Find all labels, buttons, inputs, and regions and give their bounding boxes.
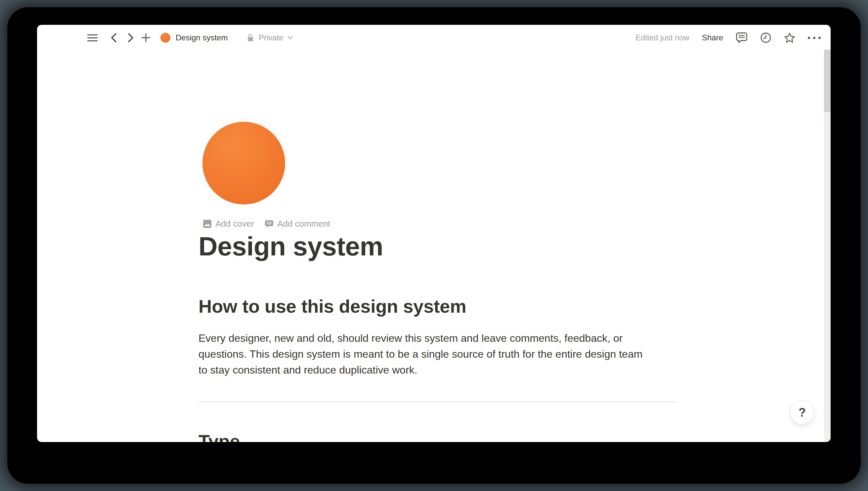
- favorite-button[interactable]: [784, 32, 795, 44]
- paragraph-line: questions. This design system is meant t…: [199, 346, 642, 362]
- section-heading[interactable]: How to use this design system: [199, 295, 467, 317]
- chevron-down-icon: [288, 36, 293, 40]
- image-icon: [203, 219, 212, 228]
- body-paragraph[interactable]: Every designer, new and old, should revi…: [199, 330, 642, 378]
- paragraph-line: Every designer, new and old, should revi…: [199, 330, 642, 346]
- nav-back-button[interactable]: [109, 33, 119, 42]
- new-page-button[interactable]: [140, 33, 151, 43]
- add-cover-label: Add cover: [215, 219, 254, 229]
- add-comment-label: Add comment: [277, 219, 330, 229]
- chevron-right-icon: [127, 33, 134, 43]
- nav-forward-button[interactable]: [125, 33, 136, 42]
- add-cover-button[interactable]: Add cover: [203, 219, 254, 229]
- topbar: Design system Private Edited just now Sh…: [37, 25, 831, 51]
- comment-icon: [736, 32, 748, 44]
- comments-button[interactable]: [736, 32, 748, 44]
- sidebar-toggle-button[interactable]: [86, 33, 99, 43]
- page-actions-row: Add cover Add comment: [203, 219, 330, 229]
- topbar-right-group: Edited just now Share: [635, 25, 831, 51]
- share-button[interactable]: Share: [702, 33, 723, 42]
- scrollbar-thumb[interactable]: [824, 50, 831, 112]
- plus-icon: [141, 33, 151, 43]
- privacy-dropdown[interactable]: Private: [259, 25, 293, 51]
- more-options-button[interactable]: [808, 37, 821, 39]
- divider-block: [199, 402, 676, 402]
- privacy-label: Private: [259, 33, 283, 42]
- comment-filled-icon: [265, 220, 274, 228]
- screenshot-stage: Design system Private Edited just now Sh…: [0, 0, 868, 491]
- help-button[interactable]: ?: [790, 401, 814, 425]
- next-section-heading[interactable]: Type: [199, 430, 240, 442]
- add-comment-button[interactable]: Add comment: [265, 219, 330, 229]
- page-title[interactable]: Design system: [199, 231, 383, 262]
- page-emoji-large[interactable]: [203, 122, 285, 204]
- clock-icon: [760, 32, 771, 44]
- updates-button[interactable]: [760, 32, 771, 44]
- lock-icon: [246, 33, 255, 43]
- topbar-page-title[interactable]: Design system: [176, 25, 228, 51]
- hamburger-icon: [87, 34, 97, 35]
- notion-window: Design system Private Edited just now Sh…: [37, 25, 831, 442]
- ellipsis-icon: [808, 37, 810, 39]
- edited-status: Edited just now: [635, 33, 689, 42]
- chevron-left-icon: [110, 33, 118, 43]
- paragraph-line: to stay consistent and reduce duplicativ…: [199, 362, 642, 378]
- star-icon: [784, 32, 795, 44]
- page-emoji-small[interactable]: [160, 33, 170, 43]
